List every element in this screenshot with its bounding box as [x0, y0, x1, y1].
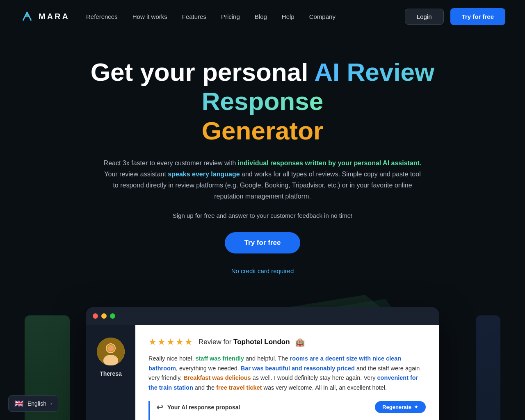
hotel-icon: 🏨	[295, 337, 305, 347]
right-deco-card	[476, 315, 500, 420]
nav-actions: Login Try for free	[405, 8, 505, 25]
hero-subtitle-hl2: speaks every language	[168, 171, 240, 178]
avatar-column: Theresa	[86, 325, 135, 420]
window-dot-green	[110, 313, 115, 319]
nav-company[interactable]: Company	[309, 13, 336, 20]
review-body: Really nice hotel, staff was friendly an…	[148, 354, 426, 393]
flag-icon: 🇬🇧	[14, 399, 23, 408]
ai-response-text: Hi Theresa, Thank you so much for your k…	[156, 418, 426, 420]
hero-subtitle-hl1: individual responses written by your per…	[238, 160, 422, 167]
hero-signup-text: Sign up for free and answer to your cust…	[49, 212, 476, 219]
nav-how-it-works[interactable]: How it works	[132, 13, 167, 20]
try-hero-button[interactable]: Try for free	[225, 232, 301, 253]
logo[interactable]: MARA	[20, 9, 70, 24]
ai-response-section: ↩ Your AI response proposal Regenerate ✦…	[148, 401, 426, 420]
hero-title-start: Get your personal	[91, 58, 315, 86]
hero-subtitle-part1: React 3x faster to every customer review…	[104, 160, 238, 167]
language-label: English	[27, 400, 46, 407]
login-button[interactable]: Login	[405, 9, 444, 25]
nav-blog[interactable]: Blog	[255, 13, 267, 20]
ai-response-label: ↩ Your AI response proposal	[156, 402, 240, 412]
nav-features[interactable]: Features	[182, 13, 206, 20]
navbar: MARA References How it works Features Pr…	[0, 0, 525, 33]
logo-text: MARA	[39, 12, 70, 21]
hero-title: Get your personal AI Review Response Gen…	[49, 57, 476, 145]
hero-subtitle-part2: Your review assistant	[104, 171, 168, 178]
nav-links: References How it works Features Pricing…	[86, 13, 405, 20]
try-nav-button[interactable]: Try for free	[450, 8, 505, 25]
hero-title-orange: Generator	[202, 116, 323, 145]
hotel-name: Tophotel London	[233, 338, 290, 346]
review-header: ★★★★★ Review for Tophotel London 🏨	[148, 337, 426, 347]
avatar-svg	[97, 338, 125, 365]
window-content: Theresa ★★★★★ Review for Tophotel London…	[86, 325, 439, 420]
window-titlebar	[86, 307, 439, 325]
regenerate-icon: ✦	[414, 404, 418, 410]
avatar	[97, 338, 125, 365]
svg-point-6	[107, 345, 114, 352]
window-dot-red	[93, 313, 98, 319]
mock-window: Theresa ★★★★★ Review for Tophotel London…	[86, 307, 439, 420]
regenerate-button[interactable]: Regenerate ✦	[375, 401, 426, 413]
nav-references[interactable]: References	[86, 13, 118, 20]
nav-help[interactable]: Help	[282, 13, 294, 20]
ai-response-header: ↩ Your AI response proposal Regenerate ✦	[156, 401, 426, 413]
hero-subtitle: React 3x faster to every customer review…	[103, 158, 422, 202]
logo-icon	[20, 9, 34, 24]
review-panel: ★★★★★ Review for Tophotel London 🏨 Reall…	[135, 325, 439, 420]
hero-section: Get your personal AI Review Response Gen…	[0, 33, 525, 291]
nav-pricing[interactable]: Pricing	[221, 13, 240, 20]
window-dot-yellow	[101, 313, 107, 319]
review-stars: ★★★★★	[148, 337, 194, 347]
card-section: Theresa ★★★★★ Review for Tophotel London…	[0, 307, 525, 420]
no-credit-card-text: No credit card required	[231, 267, 294, 274]
review-for-text: Review for Tophotel London	[199, 338, 290, 346]
chevron-icon: ›	[50, 401, 52, 406]
language-switcher[interactable]: 🇬🇧 English ›	[8, 395, 58, 412]
avatar-name: Theresa	[100, 370, 122, 377]
arrow-icon: ↩	[156, 402, 163, 412]
